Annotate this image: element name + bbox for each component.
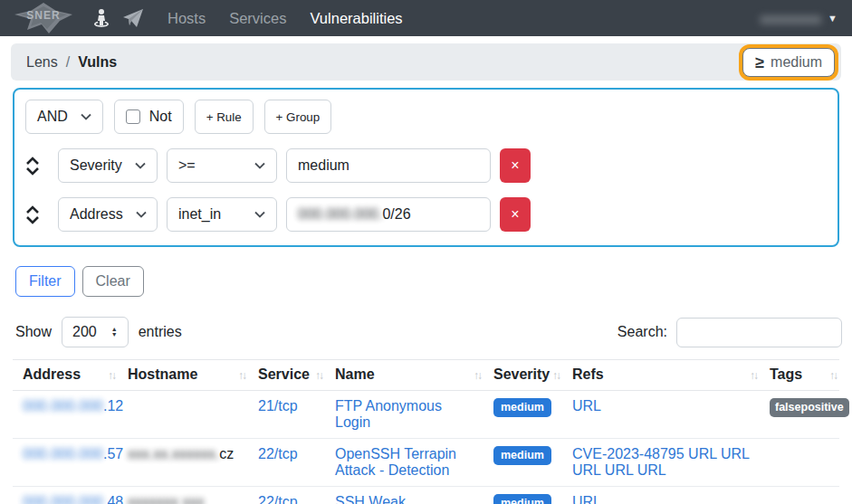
column-header-address[interactable]: Address↑↓ (13, 360, 118, 391)
chevron-up-icon (25, 157, 40, 165)
updown-arrows-icon: ▲▼ (111, 327, 118, 338)
reorder-handle[interactable] (25, 157, 43, 176)
page-length-value: 200 (72, 324, 97, 340)
breadcrumb-separator: / (66, 54, 70, 71)
service-link[interactable]: 22/tcp (258, 446, 298, 461)
breadcrumb-current: Vulns (78, 54, 117, 71)
nav-item-vulnerabilities[interactable]: Vulnerabilities (298, 10, 414, 27)
filter-rule-severity: Severity >= × (25, 148, 827, 183)
nav-item-services[interactable]: Services (217, 10, 298, 27)
filter-actions: Filter Clear (15, 266, 852, 297)
column-header-severity[interactable]: Severity↑↓ (483, 360, 562, 391)
not-label: Not (149, 109, 172, 125)
sner-logo-icon: SNER (14, 3, 72, 33)
sort-icon: ↑↓ (552, 369, 560, 382)
tags-cell (760, 487, 839, 504)
column-header-name[interactable]: Name↑↓ (325, 360, 483, 391)
chevron-down-icon (81, 113, 91, 120)
refs-links[interactable]: URL (572, 494, 601, 504)
address-link[interactable]: 000.000.000.48 (23, 494, 123, 504)
rule-value-input[interactable]: 000.000.000.0/26 (286, 197, 491, 232)
user-menu[interactable]: xxxxxxxxx ▼ (761, 11, 838, 26)
rule-value-input[interactable] (286, 148, 491, 183)
tags-cell (760, 439, 839, 487)
rule-field-select[interactable]: Address (58, 197, 158, 232)
hostname-redacted: xxxxxxx xxx (128, 494, 204, 504)
rule-field-select[interactable]: Severity (58, 148, 158, 183)
search-label: Search: (617, 324, 667, 340)
street-view-icon[interactable] (92, 8, 110, 28)
remove-rule-button[interactable]: × (500, 148, 531, 183)
severity-badge: medium (493, 494, 551, 504)
address-link[interactable]: 000.000.000.12 (23, 398, 123, 414)
not-checkbox[interactable] (126, 109, 140, 124)
add-rule-button[interactable]: + Rule (195, 100, 254, 134)
service-link[interactable]: 22/tcp (258, 494, 298, 504)
refs-links[interactable]: URL (572, 398, 601, 414)
column-header-service[interactable]: Service↑↓ (248, 360, 325, 391)
nav-item-hosts[interactable]: Hosts (156, 10, 217, 27)
filter-rule-address: Address inet_in 000.000.000.0/26 × (25, 197, 827, 232)
column-label: Tags (770, 366, 802, 382)
hostname-cell: xxxxxxx xxx xxxxxxx.cz (118, 487, 248, 504)
lens-severity-button[interactable]: ≥ medium (742, 48, 835, 77)
address-redacted: 000.000.000 (23, 494, 103, 504)
address-redacted: 000.000.000 (23, 398, 103, 414)
address-visible: .12 (103, 398, 123, 414)
add-group-button[interactable]: + Group (264, 100, 332, 134)
sort-icon: ↑↓ (315, 369, 322, 382)
filter-button[interactable]: Filter (15, 266, 75, 297)
hostname-visible: cz (219, 446, 234, 461)
column-header-tags[interactable]: Tags↑↓ (760, 360, 839, 391)
search-input[interactable] (676, 318, 842, 347)
chevron-down-icon (254, 211, 265, 218)
column-label: Name (335, 366, 375, 382)
chevron-down-icon (25, 216, 40, 224)
sner-logo[interactable]: SNER (14, 3, 72, 33)
column-label: Refs (572, 366, 604, 382)
username-redacted: xxxxxxxxx (761, 11, 822, 26)
table-row: 000.000.000.57 xxx.xx.xxxxxx.cz 22/tcp O… (13, 439, 839, 487)
chevron-down-icon (25, 167, 40, 176)
rule-operator-select[interactable]: inet_in (167, 197, 277, 232)
tag-badge: falsepositive (770, 398, 849, 417)
chevron-down-icon: ▼ (828, 13, 838, 24)
severity-badge: medium (493, 446, 551, 465)
table-row: 000.000.000.12 21/tcp FTP Anonymous Logi… (13, 391, 839, 439)
address-redacted: 000.000.000 (23, 446, 103, 461)
address-link[interactable]: 000.000.000.57 (23, 446, 123, 461)
lens-severity-label: medium (771, 54, 822, 71)
rule-operator-value: >= (178, 157, 196, 174)
chevron-down-icon (254, 162, 265, 169)
reorder-handle[interactable] (25, 205, 43, 224)
rule-operator-value: inet_in (178, 206, 221, 223)
vuln-name-link[interactable]: SSH Weak Algorithms Supported (335, 494, 474, 504)
vuln-name-link[interactable]: OpenSSH Terrapin Attack - Detection (335, 446, 456, 478)
column-label: Service (258, 366, 310, 382)
clear-button[interactable]: Clear (82, 266, 144, 297)
severity-badge: medium (493, 398, 551, 417)
navbar: SNER Hosts Services Vulnerabilities xxxx… (0, 0, 852, 36)
address-visible: .57 (103, 446, 123, 461)
vuln-name-link[interactable]: FTP Anonymous Login (335, 398, 442, 430)
svg-text:SNER: SNER (26, 9, 60, 22)
column-header-hostname[interactable]: Hostname↑↓ (118, 360, 248, 391)
combinator-value: AND (37, 109, 68, 125)
rule-operator-select[interactable]: >= (167, 148, 277, 183)
combinator-select[interactable]: AND (25, 100, 103, 134)
greater-equal-icon: ≥ (755, 54, 764, 71)
page-length-select[interactable]: 200 ▲▼ (62, 317, 129, 347)
column-label: Hostname (128, 366, 197, 382)
service-link[interactable]: 21/tcp (258, 398, 298, 414)
remove-rule-button[interactable]: × (500, 197, 531, 232)
refs-links[interactable]: CVE-2023-48795 URL URL URL URL URL (572, 446, 749, 478)
chevron-down-icon (135, 162, 146, 169)
column-header-refs[interactable]: Refs↑↓ (562, 360, 760, 391)
column-label: Address (23, 366, 81, 382)
not-toggle[interactable]: Not (114, 100, 184, 134)
filter-builder-panel: AND Not + Rule + Group Severity >= (13, 88, 839, 247)
breadcrumb-lens-link[interactable]: Lens (26, 54, 58, 71)
hostname-redacted: xxx.xx.xxxxxx. (128, 446, 219, 461)
paper-plane-icon[interactable] (123, 9, 143, 27)
address-redacted: 000.000.000. (298, 206, 382, 223)
